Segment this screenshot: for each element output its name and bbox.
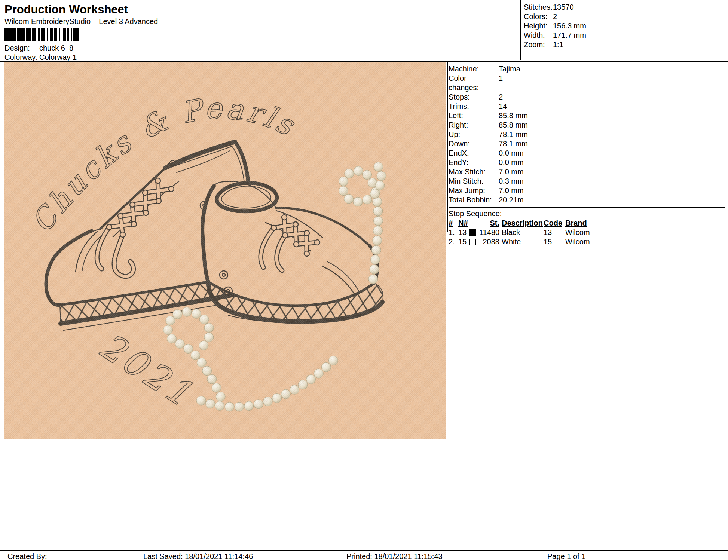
stop-sequence-divider [449, 207, 725, 208]
stat-value: 171.7 mm [553, 31, 728, 40]
software-subtitle: Wilcom EmbroideryStudio – Level 3 Advanc… [4, 17, 158, 26]
barcode-bar [56, 28, 57, 41]
barcode-bar [43, 28, 45, 41]
stat-label: Stitches: [524, 3, 553, 12]
machine-value: 7.0 mm [499, 186, 725, 195]
barcode-bar [7, 28, 8, 41]
colorway-label: Colorway: [4, 53, 39, 62]
colorway-value: Colorway 1 [39, 53, 77, 62]
stop-sequence-row: 1.1311480Black13Wilcom [449, 228, 725, 237]
barcode-bar [32, 28, 33, 41]
machine-label: Machine: [449, 64, 499, 74]
machine-value: 0.0 mm [499, 149, 725, 158]
barcode-bar [17, 28, 18, 41]
barcode-bar [46, 28, 46, 41]
barcode-bar [71, 28, 72, 41]
machine-value: 14 [499, 102, 725, 111]
design-preview: Chucks & Pearls [4, 62, 446, 439]
stop-cell: 15 [544, 238, 565, 246]
barcode-bar [20, 28, 22, 41]
stat-value: 156.3 mm [553, 21, 728, 31]
barcode-bar [12, 28, 15, 41]
stop-col-header: # [449, 219, 458, 227]
stop-sequence-row: 2.152088White15Wilcom [449, 237, 725, 247]
barcode-bar [52, 28, 53, 41]
barcode-bar [33, 28, 34, 41]
stop-cell: 13 [544, 228, 565, 237]
barcode-bar [65, 28, 66, 41]
machine-label: EndY: [449, 158, 499, 167]
stop-sequence-rows: 1.1311480Black13Wilcom2.152088White15Wil… [449, 228, 725, 247]
machine-row: Stops:2 [449, 92, 725, 102]
machine-row: Down:78.1 mm [449, 139, 725, 149]
barcode-bar [49, 28, 49, 41]
barcode-bar [26, 28, 27, 41]
header-divider [0, 61, 728, 62]
stop-cell: 2. [449, 238, 458, 246]
machine-value: 2 [499, 92, 725, 102]
machine-label: Trims: [449, 102, 499, 111]
barcode-bar [62, 28, 62, 41]
design-label: Design: [4, 44, 39, 52]
embroidery-artwork: Chucks & Pearls [4, 62, 446, 439]
stop-col-header: N# [458, 219, 469, 227]
barcode-bar [77, 28, 79, 41]
stat-label: Height: [524, 21, 553, 31]
machine-label: Up: [449, 130, 499, 139]
machine-info-panel: Machine:TajimaColor changes:1Stops:2Trim… [449, 64, 725, 247]
machine-row: Max Jump:7.0 mm [449, 186, 725, 195]
machine-row: EndY:0.0 mm [449, 158, 725, 167]
machine-value: 20.21m [499, 195, 725, 205]
stat-row: Zoom:1:1 [524, 40, 728, 49]
barcode [4, 28, 86, 41]
barcode-bar [50, 28, 51, 41]
stat-label: Zoom: [524, 40, 553, 49]
machine-value: 78.1 mm [499, 139, 725, 149]
barcode-bar [51, 28, 52, 41]
barcode-bar [22, 28, 23, 41]
machine-value: Tajima [499, 64, 725, 74]
stat-row: Width:171.7 mm [524, 31, 728, 40]
barcode-bar [15, 28, 16, 41]
barcode-bar [59, 28, 60, 41]
design-value: chuck 6_8 [39, 44, 73, 52]
machine-row: Trims:14 [449, 102, 725, 111]
thread-color-swatch [469, 239, 476, 245]
barcode-bar [76, 28, 77, 41]
barcode-bar [75, 28, 76, 41]
machine-label: Down: [449, 139, 499, 149]
machine-label: Max Jump: [449, 186, 499, 195]
stop-col-header: Brand [565, 219, 591, 227]
barcode-bar [27, 28, 28, 41]
stop-cell-swatch [469, 239, 479, 245]
barcode-bar [30, 28, 31, 41]
machine-row: Right:85.8 mm [449, 120, 725, 130]
machine-value: 78.1 mm [499, 130, 725, 139]
page-footer: Created By: Last Saved: 18/01/2021 11:14… [0, 550, 728, 560]
barcode-bar [61, 28, 61, 41]
stat-row: Colors:2 [524, 12, 728, 21]
stop-col-header: Description [502, 219, 544, 227]
barcode-bar [73, 28, 75, 41]
page-title: Production Worksheet [4, 3, 128, 16]
stop-col-header: St. [479, 219, 502, 227]
barcode-bar [28, 28, 30, 41]
barcode-bar [11, 28, 12, 41]
page-number: Page 1 of 1 [547, 552, 585, 560]
machine-label: Left: [449, 111, 499, 120]
printed-text: Printed: 18/01/2021 11:15:43 [346, 552, 443, 560]
machine-row: Left:85.8 mm [449, 111, 725, 120]
barcode-bar [37, 28, 37, 41]
machine-value: 7.0 mm [499, 167, 725, 177]
created-by-label: Created By: [7, 552, 47, 560]
barcode-bar [38, 28, 39, 41]
colorway-row: Colorway: Colorway 1 [4, 53, 77, 62]
stop-cell: 13 [458, 228, 469, 237]
barcode-bar [4, 28, 7, 41]
barcode-bar [42, 28, 43, 41]
barcode-bar [8, 28, 9, 41]
barcode-bar [23, 28, 25, 41]
machine-label: Total Bobbin: [449, 195, 499, 205]
stat-value: 13570 [553, 3, 728, 12]
design-name-row: Design: chuck 6_8 [4, 44, 73, 52]
